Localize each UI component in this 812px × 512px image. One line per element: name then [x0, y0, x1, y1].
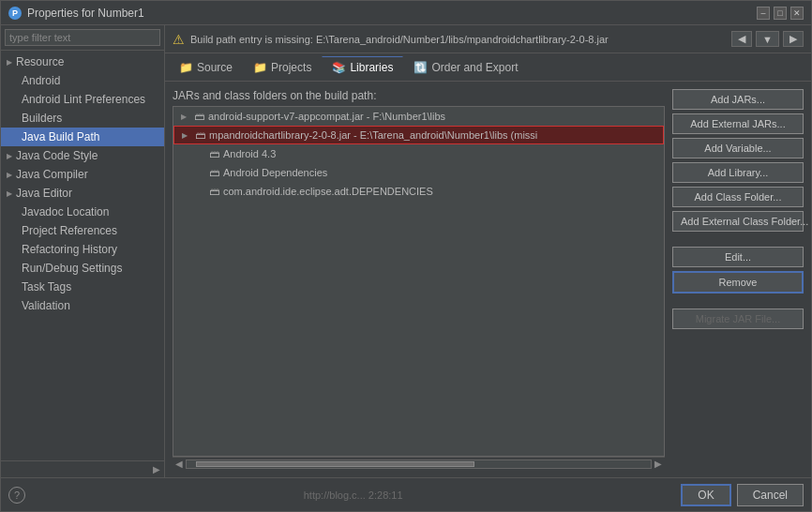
tree-item-android43[interactable]: 🗃Android 4.3: [173, 144, 664, 163]
add-jars-button[interactable]: Add JARs...: [672, 89, 804, 110]
sidebar-item-java-build-path[interactable]: Java Build Path: [1, 128, 164, 146]
expand-arrow-icon: ▶: [7, 58, 12, 67]
sidebar-item-label: Validation: [22, 299, 70, 312]
scrollbar-area: ◀ ▶: [173, 457, 665, 470]
sidebar-item-label: Android Lint Preferences: [22, 93, 145, 106]
add-external-class-folder-button[interactable]: Add External Class Folder...: [672, 211, 804, 232]
remove-button[interactable]: Remove: [672, 271, 804, 294]
maximize-button[interactable]: □: [774, 7, 787, 20]
close-button[interactable]: ✕: [790, 7, 804, 20]
edit-button[interactable]: Edit...: [672, 247, 804, 267]
sidebar-item-label: Android: [22, 74, 60, 87]
sidebar-item-task-tags[interactable]: Task Tags: [1, 278, 164, 296]
tree-item-label: Android 4.3: [223, 148, 660, 159]
ok-cancel-area: OK Cancel: [681, 484, 804, 506]
sidebar-item-android[interactable]: Android: [1, 71, 164, 90]
scroll-left-arrow[interactable]: ◀: [173, 458, 186, 471]
tree-item-label: mpandroidchartlibrary-2-0-8.jar - E:\Tar…: [209, 129, 659, 141]
sidebar: ▶ResourceAndroidAndroid Lint Preferences…: [1, 25, 165, 477]
watermark-text: http://blog.c... 2:28:11: [304, 489, 403, 501]
tab-libraries[interactable]: 📚Libraries: [322, 56, 403, 79]
jar-tree[interactable]: ▶🗃android-support-v7-appcompat.jar - F:\…: [173, 106, 665, 457]
sidebar-item-refactoring-history[interactable]: Refactoring History: [1, 240, 164, 259]
panel-area: JARs and class folders on the build path…: [165, 82, 811, 477]
tree-item-icon: 🗃: [209, 148, 219, 159]
action-buttons: Add JARs... Add External JARs... Add Var…: [672, 89, 804, 470]
libraries-tab-icon: 📚: [332, 61, 346, 74]
window-icon: P: [8, 7, 22, 20]
horizontal-scrollbar[interactable]: [186, 459, 652, 469]
tree-item-android-support[interactable]: ▶🗃android-support-v7-appcompat.jar - F:\…: [173, 107, 664, 126]
tree-item-mpandroid[interactable]: ▶🗃mpandroidchartlibrary-2-0-8.jar - E:\T…: [173, 126, 664, 144]
add-library-button[interactable]: Add Library...: [672, 162, 804, 183]
minimize-button[interactable]: –: [757, 7, 770, 20]
sidebar-item-resource[interactable]: ▶Resource: [1, 53, 164, 71]
add-external-jars-button[interactable]: Add External JARs...: [672, 113, 804, 134]
add-variable-button[interactable]: Add Variable...: [672, 138, 804, 158]
sidebar-item-java-editor[interactable]: ▶Java Editor: [1, 184, 164, 203]
tree-item-label: android-support-v7-appcompat.jar - F:\Nu…: [208, 111, 660, 122]
sidebar-item-label: Project References: [22, 224, 117, 237]
sidebar-item-java-compiler[interactable]: ▶Java Compiler: [1, 165, 164, 184]
tab-order-and-export[interactable]: 🔃Order and Export: [403, 56, 528, 79]
tree-item-com-android[interactable]: 🗃com.android.ide.eclipse.adt.DEPENDENCIE…: [173, 182, 664, 201]
order and export-tab-icon: 🔃: [414, 61, 428, 74]
warning-next2-button[interactable]: ▶: [783, 31, 804, 47]
jar-list-label: JARs and class folders on the build path…: [173, 89, 665, 102]
ok-button[interactable]: OK: [681, 484, 730, 506]
sidebar-item-run/debug-settings[interactable]: Run/Debug Settings: [1, 259, 164, 278]
tree-expand-arrow-icon: ▶: [182, 131, 191, 140]
tree-item-label: Android Dependencies: [223, 167, 660, 178]
expand-arrow-icon: ▶: [7, 189, 12, 198]
properties-window: P Properties for Number1 – □ ✕ ▶Resource…: [0, 0, 812, 512]
tab-bar: 📁Source📁Projects📚Libraries🔃Order and Exp…: [165, 53, 811, 82]
sidebar-item-label: Javadoc Location: [22, 205, 109, 218]
sidebar-item-android-lint-preferences[interactable]: Android Lint Preferences: [1, 90, 164, 109]
migrate-jar-button[interactable]: Migrate JAR File...: [672, 309, 804, 329]
sidebar-item-javadoc-location[interactable]: Javadoc Location: [1, 203, 164, 221]
sidebar-item-label: Task Tags: [22, 280, 71, 294]
tree-item-android-deps[interactable]: 🗃Android Dependencies: [173, 163, 664, 182]
expand-arrow-icon: ▶: [7, 171, 12, 179]
tab-label: Source: [197, 61, 233, 74]
window-controls[interactable]: – □ ✕: [757, 7, 804, 20]
warning-prev-button[interactable]: ◀: [731, 31, 752, 47]
warning-next-button[interactable]: ▼: [756, 31, 779, 47]
add-class-folder-button[interactable]: Add Class Folder...: [672, 187, 804, 207]
help-button[interactable]: ?: [8, 487, 25, 504]
title-bar-left: P Properties for Number1: [8, 7, 144, 20]
sidebar-item-label: Java Build Path: [22, 130, 99, 143]
search-box: [1, 25, 164, 51]
warning-actions: ◀ ▼ ▶: [731, 31, 804, 47]
tree-item-label: com.android.ide.eclipse.adt.DEPENDENCIES: [223, 186, 660, 197]
source-tab-icon: 📁: [179, 61, 193, 74]
main-content: ▶ResourceAndroidAndroid Lint Preferences…: [1, 25, 811, 477]
window-title: Properties for Number1: [27, 7, 144, 20]
sidebar-item-label: Java Compiler: [16, 168, 88, 181]
sidebar-bottom: ▶: [1, 460, 164, 477]
jar-list-area: JARs and class folders on the build path…: [173, 89, 665, 470]
button-spacer2: [672, 297, 804, 305]
sidebar-item-label: Java Editor: [16, 187, 72, 200]
sidebar-item-project-references[interactable]: Project References: [1, 221, 164, 240]
sidebar-item-label: Java Code Style: [16, 149, 98, 162]
sidebar-item-validation[interactable]: Validation: [1, 296, 164, 315]
sidebar-item-java-code-style[interactable]: ▶Java Code Style: [1, 146, 164, 165]
sidebar-item-label: Builders: [22, 112, 62, 125]
sidebar-item-builders[interactable]: Builders: [1, 109, 164, 128]
tab-source[interactable]: 📁Source: [169, 56, 243, 79]
projects-tab-icon: 📁: [253, 61, 267, 74]
tree-item-icon: 🗃: [195, 129, 205, 141]
tab-label: Projects: [271, 61, 311, 74]
bottom-bar: ? http://blog.c... 2:28:11 OK Cancel: [1, 477, 811, 511]
cancel-button[interactable]: Cancel: [737, 484, 804, 506]
warning-icon: ⚠: [173, 32, 185, 47]
sidebar-scroll-button[interactable]: ▶: [153, 464, 160, 474]
search-input[interactable]: [5, 29, 160, 46]
title-bar: P Properties for Number1 – □ ✕: [1, 1, 811, 25]
sidebar-item-label: Run/Debug Settings: [22, 262, 122, 275]
scroll-right-arrow[interactable]: ▶: [652, 458, 665, 471]
tab-projects[interactable]: 📁Projects: [243, 56, 322, 79]
tab-label: Libraries: [350, 61, 393, 74]
nav-list: ▶ResourceAndroidAndroid Lint Preferences…: [1, 51, 164, 460]
